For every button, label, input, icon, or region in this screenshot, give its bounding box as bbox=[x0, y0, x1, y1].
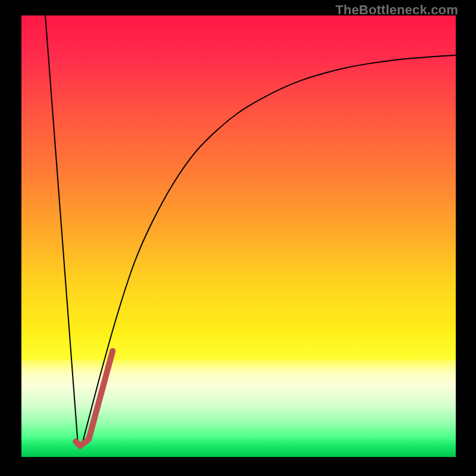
chart-svg bbox=[21, 15, 456, 457]
highlight-band bbox=[21, 360, 456, 387]
gradient-background bbox=[21, 15, 456, 457]
chart-frame: TheBottleneck.com bbox=[0, 0, 476, 476]
plot-area bbox=[21, 15, 456, 457]
watermark-text: TheBottleneck.com bbox=[336, 2, 458, 18]
